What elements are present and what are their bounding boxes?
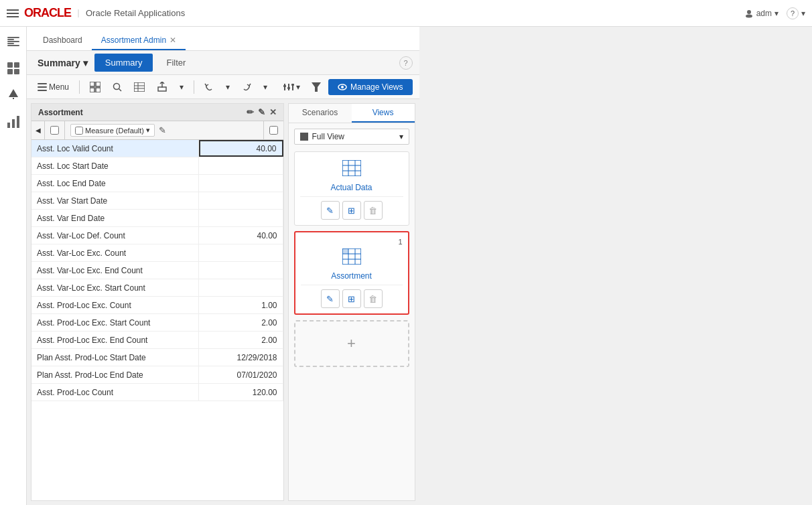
actual-data-actions: ✎ ⊞ 🗑 <box>300 196 403 220</box>
summary-dropdown-icon: ▾ <box>83 58 88 68</box>
cell-label-1: Asst. Loc Start Date <box>31 157 199 174</box>
toolbar-right: ▾ Manage Views <box>279 79 413 95</box>
cell-label-2: Asst. Loc End Date <box>31 175 199 192</box>
menu-icon <box>38 83 47 91</box>
table-row: Asst. Prod-Loc Exc. Count 1.00 <box>31 297 283 314</box>
summary-dropdown[interactable]: Summary ▾ <box>33 55 92 71</box>
user-menu[interactable]: adm ▾ <box>744 9 779 18</box>
undo-dropdown-button[interactable]: ▾ <box>222 80 234 94</box>
cell-value-10: 2.00 <box>199 314 283 331</box>
export-button[interactable] <box>153 80 172 94</box>
sidebar-icon-menu[interactable] <box>4 32 23 51</box>
view-color-block <box>300 133 308 141</box>
grid-view-button[interactable] <box>86 80 105 94</box>
cell-label-12: Plan Asst. Prod-Loc Start Date <box>31 349 199 366</box>
oracle-logo: ORACLE <box>24 6 71 20</box>
full-view-label: Full View <box>312 132 344 141</box>
cell-value-13: 07/01/2020 <box>199 366 283 383</box>
table-row: Asst. Var-Loc Exc. End Count <box>31 262 283 279</box>
select-all-checkbox[interactable] <box>45 121 65 139</box>
full-view-chevron: ▾ <box>399 132 403 141</box>
tab-assortment-admin-label: Assortment Admin <box>101 35 166 45</box>
svg-rect-14 <box>12 119 15 128</box>
svg-line-24 <box>119 88 122 91</box>
right-panel-tab-scenarios[interactable]: Scenarios <box>289 104 352 123</box>
measure-edit-icon[interactable]: ✎ <box>159 125 166 135</box>
cell-value-1 <box>199 157 283 174</box>
undo-icon <box>204 82 214 92</box>
full-view-dropdown[interactable]: Full View ▾ <box>294 129 409 145</box>
sidebar <box>0 27 27 505</box>
main-layout: Dashboard Assortment Admin ✕ Summary ▾ S… <box>0 27 812 505</box>
actual-data-copy-button[interactable]: ⊞ <box>342 201 361 220</box>
toolbar: Menu ▾ ▾ <box>27 75 419 99</box>
add-view-button[interactable]: + <box>294 320 409 367</box>
sub-tab-help-icon[interactable]: ? <box>399 56 413 70</box>
cell-value-2 <box>199 175 283 192</box>
cell-value-6 <box>199 244 283 261</box>
svg-rect-13 <box>7 123 10 128</box>
menu-button[interactable]: Menu <box>33 80 73 94</box>
right-panel-tab-views[interactable]: Views <box>352 104 415 123</box>
filter-icon <box>312 82 321 92</box>
tab-dashboard[interactable]: Dashboard <box>33 31 92 50</box>
assortment-edit-button[interactable]: ✎ <box>321 289 340 308</box>
right-panel-checkbox[interactable] <box>269 126 278 135</box>
right-panel-tabs: Scenarios Views <box>289 104 415 123</box>
cell-value-14: 120.00 <box>199 384 283 401</box>
sub-tab-bar: Summary ▾ Summary Filter ? <box>27 51 419 75</box>
user-icon <box>744 9 754 18</box>
export-icon <box>157 82 167 92</box>
view-card-assortment: 1 Assortment ✎ ⊞ 🗑 <box>294 231 409 315</box>
filter-button[interactable] <box>308 80 324 94</box>
sub-tab-summary[interactable]: Summary <box>94 54 153 72</box>
redo-button[interactable] <box>238 80 255 94</box>
svg-rect-19 <box>90 82 94 86</box>
measure-dropdown-label: Measure (Default) <box>85 127 144 135</box>
measure-dropdown[interactable]: Measure (Default) ▾ <box>70 124 155 137</box>
help-menu[interactable]: ? ▾ <box>787 7 805 19</box>
table-row: Asst. Loc Start Date <box>31 157 283 175</box>
table-row: Asst. Prod-Loc Exc. Start Count 2.00 <box>31 314 283 332</box>
tab-assortment-admin[interactable]: Assortment Admin ✕ <box>92 31 186 50</box>
assortment-panel-title: Assortment <box>38 108 83 117</box>
right-panel-toggle[interactable] <box>263 121 283 139</box>
actual-data-delete-button[interactable]: 🗑 <box>364 201 383 220</box>
table-row: Plan Asst. Prod-Loc End Date 07/01/2020 <box>31 366 283 384</box>
assortment-copy-button[interactable]: ⊞ <box>342 289 361 308</box>
top-bar-left: ORACLE Oracle Retail Applications <box>7 6 185 20</box>
user-name: adm <box>756 9 772 18</box>
assortment-delete-button[interactable]: 🗑 <box>364 289 383 308</box>
table-view-button[interactable] <box>130 80 149 94</box>
table-row: Asst. Var-Loc Exc. Start Count <box>31 279 283 297</box>
panel-pencil-icon[interactable]: ✏ <box>247 107 254 117</box>
search-button[interactable] <box>109 80 126 94</box>
sidebar-icon-analytics[interactable] <box>4 113 23 131</box>
all-checkbox-input[interactable] <box>50 126 59 135</box>
hamburger-menu-icon[interactable] <box>7 9 19 17</box>
top-bar-right: adm ▾ ? ▾ <box>744 7 805 19</box>
tab-close-icon[interactable]: ✕ <box>170 35 176 45</box>
cell-value-5: 40.00 <box>199 227 283 244</box>
sidebar-icon-dashboard[interactable] <box>4 59 23 78</box>
measure-checkbox[interactable] <box>75 127 83 135</box>
grid-row-header: ◀ Measure (Default) ▾ ✎ <box>31 121 283 140</box>
assortment-panel-header: Assortment ✏ ✎ ✕ <box>31 104 283 121</box>
collapse-arrow[interactable]: ◀ <box>31 121 45 139</box>
actual-data-edit-button[interactable]: ✎ <box>321 201 340 220</box>
undo-button[interactable] <box>200 80 218 94</box>
panel-edit-icon[interactable]: ✎ <box>258 107 265 117</box>
svg-rect-20 <box>96 82 100 86</box>
panel-close-icon[interactable]: ✕ <box>269 107 277 117</box>
column-settings-button[interactable]: ▾ <box>279 80 304 94</box>
sub-tab-filter[interactable]: Filter <box>155 54 196 72</box>
redo-dropdown-button[interactable]: ▾ <box>259 80 271 94</box>
table-row: Asst. Prod-Loc Count 120.00 <box>31 384 283 401</box>
cell-label-7: Asst. Var-Loc Exc. End Count <box>31 262 199 279</box>
manage-views-label: Manage Views <box>350 82 403 92</box>
dropdown-more-button[interactable]: ▾ <box>176 80 188 94</box>
manage-views-button[interactable]: Manage Views <box>328 79 413 95</box>
sidebar-icon-alerts[interactable] <box>4 86 23 104</box>
dropdown-more-icon: ▾ <box>180 82 184 92</box>
help-dropdown-icon: ▾ <box>801 9 805 18</box>
